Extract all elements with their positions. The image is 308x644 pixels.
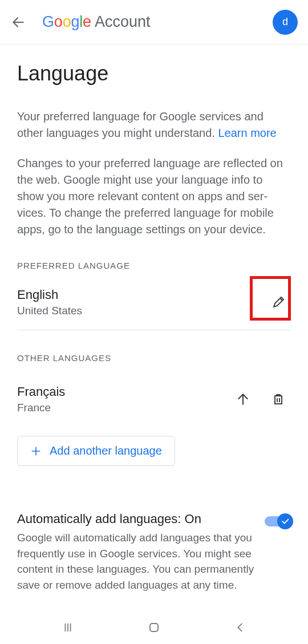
edit-preferred-language-button[interactable] bbox=[266, 290, 291, 315]
preferred-language-name: English bbox=[17, 287, 266, 302]
arrow-left-icon bbox=[11, 15, 26, 30]
android-nav-bar bbox=[0, 610, 308, 644]
preferred-language-region: United States bbox=[17, 305, 266, 317]
move-up-button[interactable] bbox=[230, 387, 256, 412]
avatar[interactable]: d bbox=[273, 10, 298, 35]
check-icon bbox=[281, 517, 290, 526]
recents-button[interactable] bbox=[56, 616, 79, 639]
delete-language-button[interactable] bbox=[266, 387, 291, 412]
trash-icon bbox=[271, 392, 285, 406]
chevron-left-icon bbox=[234, 621, 246, 634]
pencil-icon bbox=[271, 295, 285, 309]
avatar-initial: d bbox=[282, 16, 288, 28]
page-content: Language Your preferred language for Goo… bbox=[0, 44, 308, 593]
preferred-language-row: English United States bbox=[17, 285, 291, 330]
recents-icon bbox=[62, 621, 74, 634]
preferred-language-text: English United States bbox=[17, 287, 266, 317]
other-language-row: Français France bbox=[17, 378, 291, 429]
other-language-name: Français bbox=[17, 384, 230, 399]
add-language-label: Add another language bbox=[50, 444, 162, 457]
auto-add-toggle[interactable] bbox=[265, 516, 291, 526]
auto-add-text: Automatically add languages: On Google w… bbox=[17, 512, 254, 593]
auto-add-description: Google will automatically add languages … bbox=[17, 530, 254, 593]
arrow-up-icon bbox=[236, 392, 250, 407]
svg-rect-0 bbox=[150, 623, 158, 631]
app-header: Google Account d bbox=[0, 0, 308, 44]
other-language-text: Français France bbox=[17, 384, 230, 414]
home-icon bbox=[147, 621, 161, 634]
brand-row: Google Account bbox=[42, 13, 257, 31]
back-button[interactable] bbox=[10, 14, 26, 30]
google-logo: Google bbox=[42, 13, 91, 31]
add-language-button[interactable]: Add another language bbox=[17, 436, 175, 466]
auto-add-section: Automatically add languages: On Google w… bbox=[17, 512, 291, 593]
other-languages-section-label: OTHER LANGUAGES bbox=[17, 353, 291, 363]
other-language-region: France bbox=[17, 402, 230, 414]
preferred-language-section-label: PREFERRED LANGUAGE bbox=[17, 261, 291, 270]
nav-back-button[interactable] bbox=[229, 616, 252, 639]
fade-overlay bbox=[0, 588, 308, 610]
toggle-knob bbox=[277, 513, 293, 529]
intro-paragraph-2: Changes to your preferred language are r… bbox=[17, 155, 291, 238]
other-language-actions bbox=[230, 387, 291, 412]
page-title: Language bbox=[17, 62, 291, 86]
divider bbox=[17, 330, 291, 330]
account-label: Account bbox=[95, 13, 151, 31]
plus-icon bbox=[30, 445, 42, 457]
intro-paragraph-1: Your preferred language for Google servi… bbox=[17, 108, 291, 141]
learn-more-link[interactable]: Learn more bbox=[218, 127, 276, 139]
auto-add-title: Automatically add languages: On bbox=[17, 512, 254, 526]
home-button[interactable] bbox=[143, 616, 165, 639]
